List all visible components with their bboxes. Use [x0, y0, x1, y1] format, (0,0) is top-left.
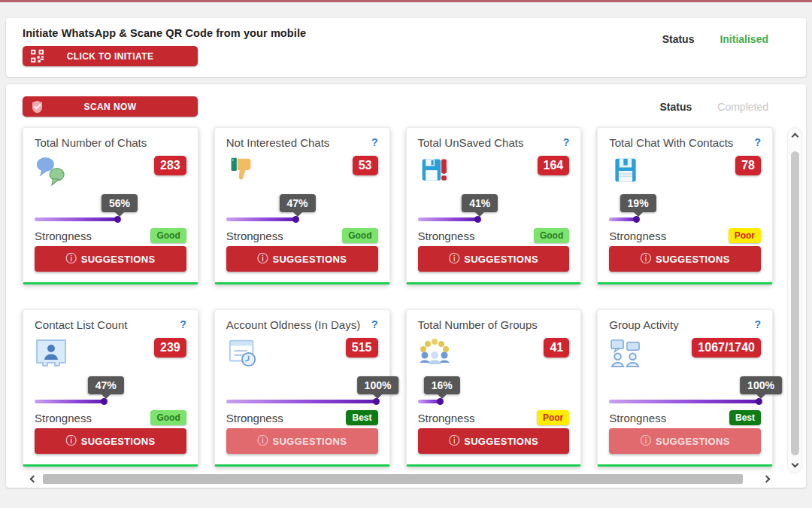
- strongness-badge: Poor: [537, 410, 569, 425]
- progress-fill: [35, 217, 120, 221]
- suggestions-button[interactable]: ⓘ SUGGESTIONS: [609, 246, 761, 272]
- floppy-alert-icon: [418, 156, 451, 189]
- suggestions-button[interactable]: ⓘ SUGGESTIONS: [418, 428, 570, 454]
- card-title: Total UnSaved Chats: [418, 136, 524, 149]
- help-icon[interactable]: ?: [754, 318, 761, 330]
- value-badge: 1067/1740: [692, 338, 761, 357]
- card-header: Contact List Count ?: [35, 318, 186, 331]
- strongness-progress-bar: [609, 400, 761, 403]
- suggestions-label: SUGGESTIONS: [272, 254, 347, 265]
- chat-bubbles-icon: [35, 156, 68, 189]
- suggestions-button[interactable]: ⓘ SUGGESTIONS: [418, 246, 570, 272]
- suggestions-button[interactable]: ⓘ SUGGESTIONS: [35, 246, 186, 272]
- percent-tooltip: 56%: [102, 194, 138, 212]
- initiate-instruction: Initiate WhatsApp & Scane QR Code from y…: [23, 27, 306, 39]
- strongness-badge: Best: [729, 410, 761, 425]
- strongness-label: Strongness: [609, 230, 666, 242]
- strongness-row: Strongness Good: [418, 228, 570, 243]
- floppy-icon: [609, 156, 642, 189]
- suggestions-button[interactable]: ⓘ SUGGESTIONS: [226, 246, 378, 272]
- value-badge: 164: [538, 156, 570, 175]
- percent-tooltip: 100%: [357, 376, 399, 394]
- page: Initiate WhatsApp & Scane QR Code from y…: [0, 2, 812, 488]
- strongness-row: Strongness Best: [226, 410, 378, 425]
- click-to-initiate-button[interactable]: CLICK TO INITIATE: [23, 46, 198, 66]
- strongness-label: Strongness: [226, 412, 283, 424]
- card-title: Total Chat With Contacts: [609, 136, 733, 149]
- progress-fill: [609, 217, 638, 221]
- percent-tooltip: 47%: [88, 376, 124, 394]
- strongness-badge: Good: [150, 228, 186, 243]
- card-metric-row: 515: [226, 338, 378, 371]
- strongness-label: Strongness: [226, 230, 283, 242]
- scroll-down-icon[interactable]: [791, 461, 798, 468]
- strongness-row: Strongness Good: [35, 228, 186, 243]
- progress-fill: [226, 217, 298, 221]
- card-metric-row: 41: [418, 338, 570, 371]
- percent-tooltip: 100%: [740, 376, 782, 394]
- strongness-badge: Good: [150, 410, 186, 425]
- card-header: Group Activity ?: [609, 318, 761, 331]
- strongness-row: Strongness Good: [226, 228, 378, 243]
- card-header: Account Oldness (In Days) ?: [226, 318, 378, 331]
- horizontal-scroll-thumb[interactable]: [43, 474, 743, 484]
- strongness-badge: Good: [342, 228, 377, 243]
- scroll-up-icon[interactable]: [791, 133, 798, 141]
- tooltip-row: 100%: [609, 371, 761, 398]
- card-title: Account Oldness (In Days): [226, 318, 360, 331]
- scan-now-button[interactable]: SCAN NOW: [23, 96, 198, 117]
- help-icon[interactable]: ?: [563, 136, 570, 148]
- group-users-icon: [418, 338, 451, 371]
- suggestions-button[interactable]: ⓘ SUGGESTIONS: [609, 428, 761, 454]
- scroll-right-icon[interactable]: [762, 475, 771, 483]
- percent-value: 100%: [747, 379, 774, 391]
- help-icon[interactable]: ?: [371, 318, 378, 330]
- suggestions-button[interactable]: ⓘ SUGGESTIONS: [35, 428, 186, 454]
- progress-fill: [226, 400, 378, 403]
- card-title: Total Number of Groups: [418, 318, 538, 331]
- progress-fill: [418, 400, 442, 403]
- horizontal-scroll-track[interactable]: [43, 474, 757, 484]
- click-to-initiate-label: CLICK TO INITIATE: [67, 51, 154, 62]
- initiate-left: Initiate WhatsApp & Scane QR Code from y…: [23, 27, 306, 66]
- help-icon[interactable]: ?: [180, 318, 186, 330]
- info-icon: ⓘ: [65, 252, 76, 266]
- info-icon: ⓘ: [257, 252, 268, 266]
- scroll-left-icon[interactable]: [29, 475, 38, 483]
- shield-check-icon: [31, 100, 44, 113]
- info-icon: ⓘ: [641, 434, 651, 448]
- suggestions-label: SUGGESTIONS: [81, 254, 156, 265]
- info-icon: ⓘ: [641, 252, 651, 266]
- strongness-badge: Poor: [729, 228, 761, 243]
- percent-tooltip: 41%: [462, 194, 498, 212]
- suggestions-label: SUGGESTIONS: [272, 436, 347, 447]
- suggestions-button[interactable]: ⓘ SUGGESTIONS: [226, 428, 378, 454]
- metric-card: Total Chat With Contacts ? 78 19% Strong…: [597, 127, 773, 284]
- strongness-label: Strongness: [35, 230, 92, 242]
- vertical-scrollbar[interactable]: [788, 128, 801, 473]
- percent-value: 19%: [628, 197, 649, 209]
- calendar-clock-icon: [226, 338, 259, 371]
- percent-value: 16%: [432, 379, 453, 391]
- help-icon[interactable]: ?: [754, 136, 761, 148]
- vertical-scroll-thumb[interactable]: [791, 151, 799, 455]
- tooltip-row: 100%: [226, 371, 378, 398]
- help-icon[interactable]: ?: [371, 136, 378, 148]
- suggestions-label: SUGGESTIONS: [81, 436, 156, 447]
- tooltip-row: 56%: [35, 189, 186, 216]
- horizontal-scrollbar[interactable]: [29, 473, 771, 485]
- scan-now-label: SCAN NOW: [84, 102, 137, 112]
- strongness-row: Strongness Poor: [609, 228, 761, 243]
- card-metric-row: 78: [609, 156, 761, 189]
- status-value: Initialised: [720, 33, 768, 45]
- strongness-progress-bar: [418, 400, 570, 403]
- tooltip-row: 41%: [418, 189, 570, 216]
- progress-fill: [609, 400, 761, 403]
- tooltip-row: 47%: [226, 189, 378, 216]
- card-metric-row: 164: [418, 156, 570, 189]
- card-header: Total Chat With Contacts ?: [609, 136, 761, 149]
- strongness-label: Strongness: [418, 412, 475, 424]
- card-metric-row: 283: [35, 156, 186, 189]
- strongness-progress-bar: [35, 217, 186, 221]
- tooltip-row: 47%: [35, 371, 186, 398]
